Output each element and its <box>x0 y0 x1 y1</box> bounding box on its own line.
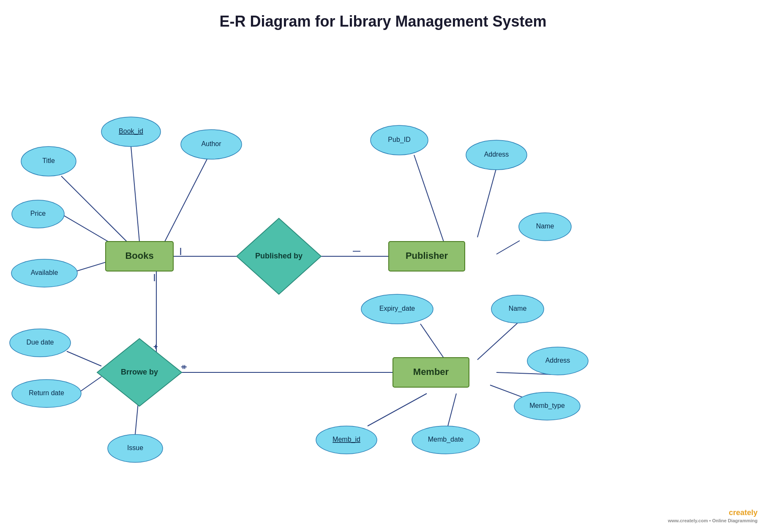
attr-return-date-label: Return date <box>29 389 64 396</box>
svg-line-22 <box>477 323 518 360</box>
svg-line-11 <box>477 168 496 237</box>
attr-due-date-label: Due date <box>27 339 54 346</box>
entity-publisher-label: Publisher <box>406 250 448 261</box>
svg-line-10 <box>414 155 444 242</box>
attr-available-label: Available <box>31 269 58 276</box>
attr-memb-id-label: Memb_id <box>333 436 360 443</box>
attr-expiry-date-label: Expiry_date <box>379 305 415 312</box>
entity-books-label: Books <box>125 250 153 261</box>
page-title: E-R Diagram for Library Management Syste… <box>0 0 766 35</box>
watermark-brand: creately <box>729 508 758 517</box>
relation-published-by-label: Published by <box>255 252 303 260</box>
attr-title-label: Title <box>42 157 55 164</box>
watermark: creately www.creately.com • Online Diagr… <box>668 508 758 524</box>
attr-author-label: Author <box>201 140 221 147</box>
svg-line-0 <box>131 147 139 242</box>
svg-line-12 <box>496 241 520 254</box>
entity-member-label: Member <box>413 366 449 377</box>
svg-line-1 <box>61 176 127 242</box>
attr-book-id-label: Book_id <box>119 128 143 135</box>
attr-memb-date-label: Memb_date <box>428 436 464 443</box>
svg-line-25 <box>448 394 456 426</box>
attr-mem-name-label: Name <box>509 305 527 312</box>
svg-text:—: — <box>353 247 360 255</box>
attr-issue-label: Issue <box>127 444 143 451</box>
svg-text:+: + <box>153 342 158 351</box>
svg-text:|: | <box>180 247 182 255</box>
relation-brrowe-by-label: Brrowe by <box>121 368 158 376</box>
diagram-container: | | — | + + Books Publisher Member Pub <box>0 35 766 532</box>
watermark-sub: www.creately.com • Online Diagramming <box>668 518 758 523</box>
svg-text:+: + <box>183 363 187 371</box>
attr-price-label: Price <box>30 210 46 217</box>
svg-line-16 <box>67 351 101 366</box>
attr-mem-address-label: Address <box>545 357 570 364</box>
svg-text:|: | <box>153 273 155 281</box>
attr-memb-type-label: Memb_type <box>529 402 565 410</box>
attr-pub-address-label: Address <box>484 151 509 158</box>
attr-pub-id-label: Pub_ID <box>388 136 410 144</box>
svg-line-2 <box>165 159 207 242</box>
attr-pub-name-label: Name <box>536 223 554 230</box>
svg-line-26 <box>368 394 427 426</box>
